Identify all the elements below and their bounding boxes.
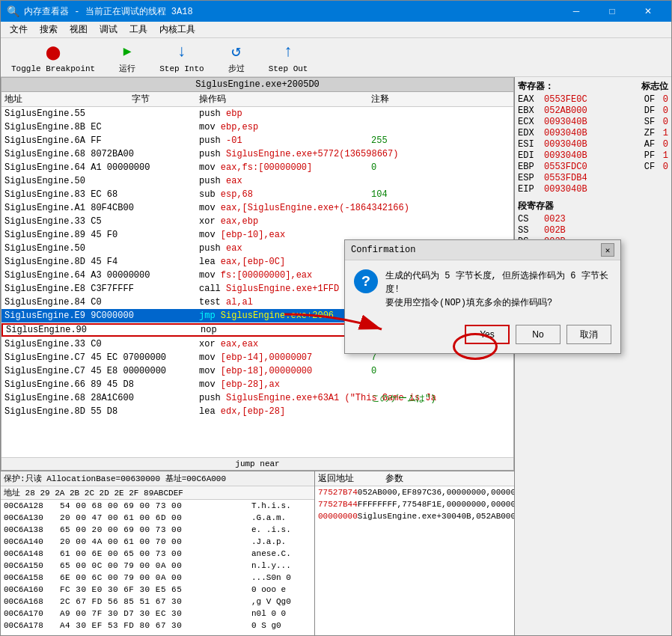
code-cell-addr: SiglusEngine.8D 55 D8 [1,406,129,417]
hex-addr: 00C6A140 [4,537,60,546]
reg-name: ESP [518,173,544,183]
dialog-cancel-button[interactable]: 取消 [566,325,611,344]
stack-addr: 77527B44 [318,500,358,509]
hex-ascii: .J.a.p. [251,537,311,546]
stack-row[interactable]: 77527B74052AB000,EF897C36,00000000,00000… [315,486,514,498]
hex-bytes: 54 00 68 00 69 00 73 00 [60,501,251,510]
segment-row: SS002B [518,225,668,236]
code-cell-addr: SiglusEngine.E9 9C000000 [1,311,129,321]
menu-kernel-tools[interactable]: 内核工具 [153,22,201,37]
hex-row[interactable]: 00C6A170A9 00 7F 30 D7 30 EC 30n0l 0 0 [1,608,314,620]
code-row[interactable]: SiglusEngine.8D 55 D8lea edx,[ebp-28] [1,405,513,418]
code-row[interactable]: SiglusEngine.68 8072BA00push SiglusEngin… [1,147,513,161]
hex-addr: 00C6A130 [4,513,60,522]
hex-row[interactable]: 00C6A13865 00 20 00 69 00 73 00e. .i.s. [1,524,314,536]
code-row[interactable]: SiglusEngine.68 28A1C600push SiglusEngin… [1,391,513,405]
reg-name: EAX [518,94,544,105]
hex-addr: 00C6A160 [4,585,60,594]
dialog-no-button[interactable]: No [516,325,560,344]
hex-row[interactable]: 00C6A14020 00 4A 00 61 00 70 00.J.a.p. [1,536,314,548]
reg-rows: EAX0553FE0COF 0EBX052AB000DF 0ECX0093040… [518,94,668,195]
code-cell-addr: SiglusEngine.8D 45 F4 [1,257,129,267]
dialog-question-icon: ? [354,269,378,293]
hex-row[interactable]: 00C6A178A4 30 EF 53 FD 80 67 300 S g0 [1,620,314,632]
close-button[interactable]: ✕ [631,1,665,22]
seg-name: CS [518,214,544,224]
register-row: EAX0553FE0COF 0 [518,94,668,105]
menu-tools[interactable]: 工具 [123,22,153,37]
reg-name: EDX [518,128,544,138]
hex-col-header: 地址 28 29 2A 2B 2C 2D 2E 2F 89ABCDEF [1,486,314,500]
reg-name: ESI [518,139,544,150]
code-cell-opcode: mov ebp,esp [196,122,368,132]
code-row[interactable]: SiglusEngine.6A FFpush -01255 [1,134,513,147]
stack-addr: 00000000 [318,512,358,521]
menu-view[interactable]: 视图 [64,22,94,37]
minimize-button[interactable]: ─ [559,1,593,22]
step-over-label: 步过 [228,63,245,74]
code-cell-opcode: mov eax,fs:[00000000] [196,162,368,173]
right-panel: 寄存器： 标志位 EAX0553FE0COF 0EBX052AB000DF 0E… [514,77,671,635]
code-row[interactable]: SiglusEngine.8B ECmov ebp,esp [1,120,513,134]
code-row[interactable]: SiglusEngine.83 EC 68sub esp,68104 [1,188,513,201]
hex-ascii: ,g V Qg0 [251,597,311,606]
reg-value: 0553FDC0 [544,162,638,172]
menu-file[interactable]: 文件 [4,22,34,37]
code-cell-opcode: call SiglusEngine.exe+1FFD [196,284,368,294]
flag-name: PF [644,150,663,161]
code-cell-addr: SiglusEngine.C7 45 EC 07000000 [1,352,129,363]
code-row[interactable]: SiglusEngine.50push eax [1,174,513,188]
hex-row[interactable]: 00C6A15065 00 0C 00 79 00 0A 00n.l.y... [1,560,314,572]
code-cell-addr: SiglusEngine.C7 45 E8 00000000 [1,366,129,376]
code-cell-addr: SiglusEngine.83 EC 68 [1,189,129,200]
code-cell-opcode: lea edx,[ebp-28] [196,406,368,417]
stack-row[interactable]: 00000000SiglusEngine.exe+30040B,052AB000… [315,510,514,522]
code-row[interactable]: SiglusEngine.66 89 45 D8mov [ebp-28],ax [1,378,513,391]
hex-row[interactable]: 00C6A1586E 00 6C 00 79 00 0A 00...S0n 0 [1,572,314,584]
stack-col-header: 返回地址 参数 [315,471,514,486]
code-cell-addr: SiglusEngine.68 8072BA00 [1,149,129,159]
hex-row[interactable]: 00C6A160FC 30 E0 30 6F 30 E5 650 ooo e [1,584,314,596]
maximize-button[interactable]: □ [595,1,629,22]
menu-debug[interactable]: 调试 [94,22,123,37]
run-icon: ▶ [117,40,138,61]
hex-ascii: ...S0n 0 [251,573,311,582]
code-row[interactable]: SiglusEngine.C7 45 E8 00000000mov [ebp-1… [1,364,513,378]
hex-row[interactable]: 00C6A13020 00 47 00 61 00 6D 00.G.a.m. [1,512,314,524]
reg-name: EIP [518,184,544,195]
code-row[interactable]: SiglusEngine.64 A1 00000000mov eax,fs:[0… [1,161,513,174]
step-out-button[interactable]: ↑ Step Out [264,40,313,75]
dialog-close-button[interactable]: ✕ [601,243,614,257]
flag-value: 1 [663,150,668,161]
reg-value: 0093040B [544,184,668,195]
code-row[interactable]: SiglusEngine.A1 80F4CB00mov eax,[SiglusE… [1,201,513,215]
code-cell-addr: SiglusEngine.55 [1,108,129,119]
dialog-title-bar: Confirmation ✕ [345,240,620,260]
code-cell-comment: 0 [368,366,513,376]
jump-near-bar: jump near [1,457,513,470]
hex-row[interactable]: 00C6A1682C 67 FD 56 85 51 67 30,g V Qg0 [1,596,314,608]
toggle-breakpoint-button[interactable]: ⬤ Toggle Breakpoint [7,40,100,75]
reg-value: 052AB000 [544,106,638,116]
hex-ascii: anese.C. [251,549,311,558]
step-over-button[interactable]: ↺ 步过 [218,39,255,76]
code-cell-addr: SiglusEngine.6A FF [1,135,129,146]
hex-view: 保护:只读 AllocationBase=00630000 基址=00C6A00… [1,471,315,635]
code-cell-addr: SiglusEngine.50 [1,176,129,186]
flag-value: 0 [663,117,668,127]
code-cell-addr: SiglusEngine.33 C0 [1,339,129,349]
stack-row[interactable]: 77527B44FFFFFFFF,77548F1E,00000000,00000… [315,498,514,510]
window-title: 内存查看器 - 当前正在调试的线程 3A18 [24,5,193,18]
hex-bytes: 6E 00 6C 00 79 00 0A 00 [60,573,251,582]
menu-search[interactable]: 搜索 [34,22,64,37]
run-button[interactable]: ▶ 运行 [109,39,146,76]
dialog-yes-button[interactable]: Yes [465,325,510,344]
code-row[interactable]: SiglusEngine.55push ebp [1,107,513,120]
step-into-button[interactable]: ↓ Step Into [155,40,208,75]
hex-row[interactable]: 00C6A14861 00 6E 00 65 00 73 00anese.C. [1,548,314,560]
hex-header: 保护:只读 AllocationBase=00630000 基址=00C6A00… [1,471,314,486]
stack-addr-col-header: 返回地址 [318,472,385,485]
code-row[interactable]: SiglusEngine.33 C5xor eax,ebp [1,215,513,228]
hex-row[interactable]: 00C6A12854 00 68 00 69 00 73 00T.h.i.s. [1,500,314,512]
code-cell-opcode: push eax [196,243,368,254]
